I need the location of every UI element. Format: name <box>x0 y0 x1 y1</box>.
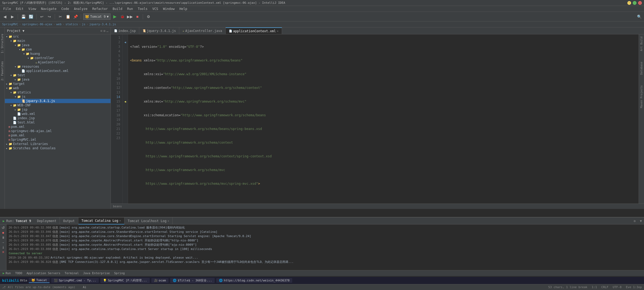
breadcrumb-js[interactable]: js <box>82 23 85 26</box>
stop-button[interactable]: ■ <box>134 13 141 20</box>
code-area[interactable]: <?xml version="1.0" encoding="UTF-8"?> <… <box>128 34 639 204</box>
more-icon[interactable]: … <box>107 29 108 33</box>
tree-appcontext[interactable]: 📄 applicationContext.xml <box>5 69 111 73</box>
breadcrumb-jquery[interactable]: jquery-3.4.1.js <box>89 23 116 26</box>
clear-button[interactable]: ✕ <box>1 250 6 254</box>
taskbar-csdn[interactable]: 🌐 https://blog.csdn.net/weixin_44436378 <box>216 278 292 283</box>
taskbar-360[interactable]: 🌐 $Title$ - 360安全... <box>170 278 215 283</box>
settings-icon[interactable]: ⚙ <box>104 29 105 33</box>
menu-tools[interactable]: Tools <box>136 6 150 11</box>
menu-navigate[interactable]: Navigate <box>39 6 59 11</box>
taskbar-springmvc-idea[interactable]: 💡 SpringMVC [F:\码管理... <box>100 278 150 283</box>
scroll-to-end-button[interactable]: ⤓ <box>1 245 6 249</box>
menu-window[interactable]: Window <box>161 6 177 11</box>
todo-tab[interactable]: TODO <box>14 271 24 275</box>
menu-build[interactable]: Build <box>111 6 125 11</box>
tree-pomxml2[interactable]: m pom.xml <box>5 133 111 137</box>
toolbar-paste[interactable]: 📌 <box>72 13 79 20</box>
app-servers-tab[interactable]: Application Servers <box>25 271 62 275</box>
menu-view[interactable]: View <box>26 6 38 11</box>
search-everywhere-button[interactable]: 🔍 <box>636 13 642 20</box>
tab-indexjsp[interactable]: 📄 index.jsp <box>111 27 139 34</box>
tab-ajaxcontroller[interactable]: ☕ AjaxController.java <box>179 27 225 34</box>
debug-button[interactable]: 🐞 <box>119 13 126 20</box>
tree-indexjsp[interactable]: 📄 index.jsp <box>5 116 111 120</box>
tab-jquery[interactable]: 📜 jquery-3.4.1.js <box>139 27 179 34</box>
tree-springmvc-main-iml[interactable]: m SpringMVC.iml <box>5 137 111 142</box>
stop-server-button[interactable]: ■ <box>1 231 6 235</box>
tab-close-appcontext[interactable]: ✕ <box>277 30 279 32</box>
taskbar-springmvc-cmd[interactable]: ⬛ SpringMVC.cmd - Ty... <box>51 278 99 283</box>
localhost-tab-close[interactable]: ✕ <box>167 219 169 222</box>
bottom-tab-catalina-log[interactable]: Tomcat Catalina Log ✕ <box>78 218 125 224</box>
menu-vcs[interactable]: VCS <box>150 6 160 11</box>
menu-help[interactable]: Help <box>177 6 189 11</box>
run-with-coverage-button[interactable]: ▶▶ <box>127 13 133 20</box>
breadcrumb-ajax[interactable]: springmvc-06-ajax <box>22 23 52 26</box>
bottom-tab-localhost-log[interactable]: Tomcat Localhost Log ✕ <box>125 218 173 224</box>
pause-button[interactable]: ⏸ <box>1 236 6 240</box>
panel-minimize-icon[interactable]: ▼ <box>638 219 644 223</box>
bottom-tab-output[interactable]: Output <box>60 218 78 224</box>
menu-code[interactable]: Code <box>59 6 71 11</box>
step-button[interactable]: → <box>1 241 6 244</box>
tree-jsp[interactable]: ▸ 📁 jsp <box>5 107 111 112</box>
run-bottom-tab[interactable]: ▶ Run <box>1 271 13 275</box>
menu-refactor[interactable]: Refactor <box>90 6 110 11</box>
tree-statics[interactable]: ▾ 📁 statics <box>5 90 111 95</box>
java-enterprise-tab[interactable]: Java Enterprise <box>82 271 111 275</box>
maximize-button[interactable]: □ <box>633 1 636 5</box>
panel-settings-icon[interactable]: ⚙ <box>632 219 638 223</box>
tree-main[interactable]: ▾ 📁 main <box>5 39 111 43</box>
maven-projects-label[interactable]: Maven Projects <box>640 84 643 109</box>
minimize-button[interactable]: ─ <box>627 1 631 5</box>
breadcrumb-web[interactable]: web <box>56 23 61 26</box>
tree-testhtml[interactable]: 📄 test.html <box>5 120 111 125</box>
toolbar-back[interactable]: ◀ <box>2 13 8 20</box>
menu-run[interactable]: Run <box>125 6 135 11</box>
tree-test[interactable]: ▾ 📁 test <box>5 73 111 77</box>
tab-appcontext[interactable]: 📄 applicationContext.xml ✕ <box>226 27 282 34</box>
tree-scratches[interactable]: ▸ 📁 Scratches and Consoles <box>5 146 111 150</box>
restart-button[interactable]: ↺ <box>1 226 6 230</box>
tree-springmvc-iml[interactable]: m springmvc-06-ajax.iml <box>5 129 111 133</box>
toolbar-forward[interactable]: ▶ <box>9 13 16 20</box>
tree-kuang[interactable]: ▾ 📁 kuang <box>5 52 111 56</box>
toolbar-cut[interactable]: ✂ <box>57 13 64 20</box>
tree-webxml[interactable]: 📄 web.xml <box>5 112 111 116</box>
tree-webinf[interactable]: ▾ 📁 WEB-INF <box>5 103 111 107</box>
tree-ajaxcontroller[interactable]: ☕ AjaxController <box>5 60 111 64</box>
taskbar-tomcat[interactable]: 🐱 Tomcat <box>29 278 50 283</box>
tree-src[interactable]: ▾ 📁 src <box>5 34 111 39</box>
database-label[interactable]: Database <box>640 61 643 76</box>
tree-js[interactable]: ▾ 📁 js <box>5 95 111 99</box>
menu-file[interactable]: File <box>1 6 13 11</box>
menu-edit[interactable]: Edit <box>14 6 26 11</box>
tree-jquery[interactable]: 📜 jquery-3.4.1.js <box>5 99 111 103</box>
tree-external-libs[interactable]: ▸ 📁 External Libraries <box>5 142 111 146</box>
toolbar-copy[interactable]: 📋 <box>65 13 71 20</box>
favorites-panel-toggle[interactable]: 2: Favorites <box>0 60 4 82</box>
tree-pomxml1[interactable]: m pom.xml <box>5 125 111 129</box>
log-content[interactable]: 26-Oct-2019 09:48:32.988 信息 [main] org.a… <box>6 224 644 276</box>
tree-target[interactable]: ▸ 📁 target <box>5 82 111 86</box>
toolbar-undo[interactable]: ↩ <box>39 13 45 20</box>
tree-controller[interactable]: ▾ 📁 controller <box>5 56 111 60</box>
breadcrumb-springmvc[interactable]: SpringMVC <box>2 23 18 26</box>
tomcat-selector[interactable]: 🐱 Tomcat 9 ▼ <box>83 13 111 20</box>
tree-com[interactable]: ▾ 📁 com <box>5 47 111 52</box>
toolbar-save[interactable]: 💾 <box>20 13 27 20</box>
run-button[interactable]: ▶ <box>112 13 118 20</box>
tree-web[interactable]: ▾ 📁 web <box>5 86 111 90</box>
catalina-tab-close[interactable]: ✕ <box>119 219 121 222</box>
menu-analyze[interactable]: Analyze <box>72 6 90 11</box>
breadcrumb-statics[interactable]: statics <box>65 23 78 26</box>
toolbar-sync[interactable]: 🔄 <box>28 13 34 20</box>
structure-panel-toggle[interactable]: 1: Structure <box>0 33 4 54</box>
taskbar-ocam[interactable]: 🎥 ocam <box>151 278 169 283</box>
tree-java[interactable]: ▾ 📁 java <box>5 43 111 47</box>
collapse-all-icon[interactable]: ⊖ <box>100 29 102 33</box>
art-build-label[interactable]: Art Build <box>640 35 643 52</box>
terminal-tab[interactable]: Terminal <box>63 271 80 275</box>
spring-tab[interactable]: Spring <box>112 271 126 275</box>
